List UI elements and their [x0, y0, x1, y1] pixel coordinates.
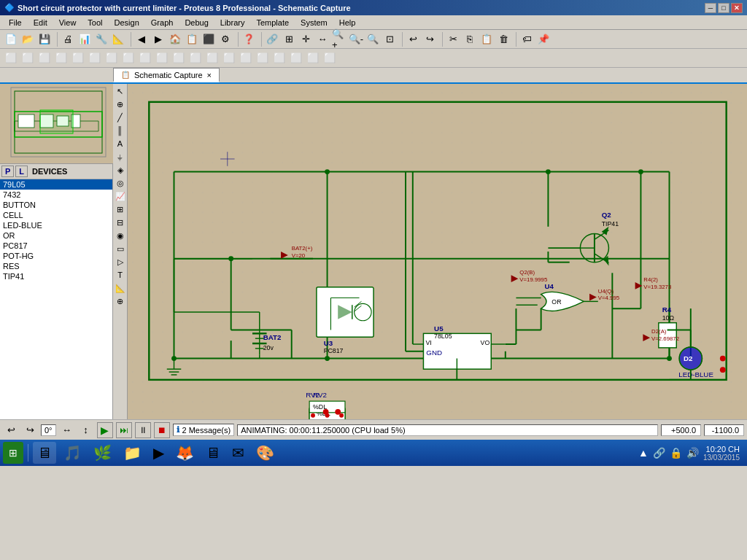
- taskbar-app-6[interactable]: 🦊: [171, 442, 198, 464]
- graph-tool[interactable]: 📈: [114, 190, 127, 202]
- label-tool[interactable]: A: [114, 138, 127, 149]
- tb-btn-2[interactable]: 📊: [77, 31, 93, 47]
- menu-edit[interactable]: Edit: [28, 17, 53, 28]
- tb2-18[interactable]: ⬜: [288, 50, 304, 66]
- new-button[interactable]: 📄: [3, 31, 19, 47]
- pan-left[interactable]: ↔: [59, 422, 75, 438]
- device-tab-l[interactable]: L: [15, 166, 28, 177]
- tb-sim-2[interactable]: ⊞: [281, 31, 297, 47]
- menu-tool[interactable]: Tool: [82, 17, 108, 28]
- tb-fwd[interactable]: ▶: [150, 31, 166, 47]
- tb-sim-3[interactable]: ✛: [298, 31, 314, 47]
- tb2-15[interactable]: ⬜: [238, 50, 254, 66]
- play-button[interactable]: ▶: [97, 422, 113, 438]
- tb2-6[interactable]: ⬜: [87, 50, 103, 66]
- tb2-1[interactable]: ⬜: [3, 50, 19, 66]
- tb-home[interactable]: 🏠: [167, 31, 183, 47]
- tb2-5[interactable]: ⬜: [70, 50, 86, 66]
- undo[interactable]: ↩: [405, 31, 421, 47]
- step-button[interactable]: ⏭: [116, 422, 132, 438]
- tb2-19[interactable]: ⬜: [305, 50, 321, 66]
- minimap[interactable]: [0, 84, 113, 164]
- vt-btn-14[interactable]: T: [114, 269, 127, 281]
- open-button[interactable]: 📂: [20, 31, 36, 47]
- tb2-2[interactable]: ⬜: [20, 50, 36, 66]
- tb2-12[interactable]: ⬜: [187, 50, 204, 66]
- terminal-tool[interactable]: ◈: [114, 164, 127, 176]
- probe-tool[interactable]: ◎: [114, 177, 127, 189]
- minimize-button[interactable]: ─: [705, 3, 716, 13]
- tb2-17[interactable]: ⬜: [271, 50, 287, 66]
- save-button[interactable]: 💾: [36, 31, 53, 47]
- taskbar-app-3[interactable]: 🌿: [89, 442, 116, 464]
- taskbar-app-2[interactable]: 🎵: [59, 442, 86, 464]
- tb2-7[interactable]: ⬜: [104, 50, 120, 66]
- device-item-5[interactable]: OR: [0, 230, 112, 241]
- vt-btn-12[interactable]: ▭: [114, 243, 127, 254]
- tb2-14[interactable]: ⬜: [221, 50, 237, 66]
- device-item-7[interactable]: POT-HG: [0, 251, 112, 261]
- tb-back[interactable]: ◀: [133, 31, 150, 47]
- cut[interactable]: ✂: [445, 31, 461, 47]
- tb-tag-2[interactable]: 📌: [535, 31, 551, 47]
- tb2-20[interactable]: ⬜: [322, 50, 338, 66]
- zoom-out[interactable]: 🔍-: [348, 31, 364, 47]
- vt-btn-9[interactable]: ⊞: [114, 203, 127, 215]
- maximize-button[interactable]: □: [718, 3, 729, 13]
- vt-btn-13[interactable]: ▷: [114, 256, 127, 268]
- pan-up[interactable]: ↕: [78, 422, 94, 438]
- device-item-1[interactable]: 7432: [0, 190, 112, 200]
- tb-sim-4[interactable]: ↔: [314, 31, 330, 47]
- vt-btn-15[interactable]: 📐: [114, 282, 127, 294]
- zoom-in[interactable]: 🔍+: [331, 31, 347, 47]
- device-item-4[interactable]: LED-BLUE: [0, 220, 112, 230]
- menu-template[interactable]: Template: [250, 17, 295, 28]
- tb-btn-6[interactable]: ⬛: [201, 31, 217, 47]
- device-item-8[interactable]: RES: [0, 261, 112, 271]
- vt-btn-11[interactable]: ◉: [114, 230, 127, 241]
- taskbar-app-4[interactable]: 📁: [119, 442, 146, 464]
- taskbar-app-7[interactable]: 🖥: [201, 442, 225, 464]
- select-tool[interactable]: ↖: [114, 85, 127, 97]
- taskbar-app-1[interactable]: 🖥: [33, 442, 56, 464]
- menu-view[interactable]: View: [53, 17, 82, 28]
- menu-graph[interactable]: Graph: [145, 17, 179, 28]
- undo-status[interactable]: ↩: [3, 422, 19, 438]
- start-button[interactable]: ⊞: [3, 442, 23, 464]
- zoom-fit[interactable]: 🔍: [365, 31, 381, 47]
- tb2-4[interactable]: ⬜: [53, 50, 69, 66]
- device-item-2[interactable]: BUTTON: [0, 200, 112, 210]
- menu-debug[interactable]: Debug: [179, 17, 214, 28]
- taskbar-app-8[interactable]: ✉: [228, 442, 249, 464]
- zoom-area[interactable]: ⊡: [382, 31, 398, 47]
- device-item-0[interactable]: 79L05: [0, 179, 112, 190]
- tab-schematic[interactable]: 📋 Schematic Capture ×: [113, 68, 220, 82]
- menu-design[interactable]: Design: [109, 17, 145, 28]
- device-tab-p[interactable]: P: [1, 166, 14, 177]
- tb-sim-1[interactable]: 🔗: [264, 31, 280, 47]
- canvas-area[interactable]: BAT2 20v BAT2(+) V=20 RV2: [128, 84, 747, 419]
- tb-btn-4[interactable]: 📐: [110, 31, 126, 47]
- device-item-6[interactable]: PC817: [0, 241, 112, 251]
- tb2-13[interactable]: ⬜: [204, 50, 220, 66]
- pause-button[interactable]: ⏸: [135, 422, 151, 438]
- close-button[interactable]: ✕: [731, 3, 743, 13]
- device-item-3[interactable]: CELL: [0, 210, 112, 220]
- tb-tag-1[interactable]: 🏷: [519, 31, 535, 47]
- menu-system[interactable]: System: [295, 17, 333, 28]
- delete[interactable]: 🗑: [495, 31, 511, 47]
- taskbar-app-9[interactable]: 🎨: [252, 442, 279, 464]
- tb2-8[interactable]: ⬜: [120, 50, 136, 66]
- tb2-16[interactable]: ⬜: [255, 50, 271, 66]
- print-button[interactable]: 🖨: [60, 31, 76, 47]
- redo[interactable]: ↪: [422, 31, 438, 47]
- vt-btn-10[interactable]: ⊟: [114, 217, 127, 228]
- tb-btn-7[interactable]: ⚙: [217, 31, 233, 47]
- taskbar-app-5[interactable]: ▶: [149, 442, 169, 464]
- bus-tool[interactable]: ║: [114, 125, 127, 136]
- copy[interactable]: ⎘: [462, 31, 478, 47]
- component-tool[interactable]: ⊕: [114, 98, 127, 110]
- power-tool[interactable]: ⏚: [114, 151, 127, 163]
- stop-button[interactable]: ⏹: [154, 422, 170, 438]
- tb2-10[interactable]: ⬜: [154, 50, 170, 66]
